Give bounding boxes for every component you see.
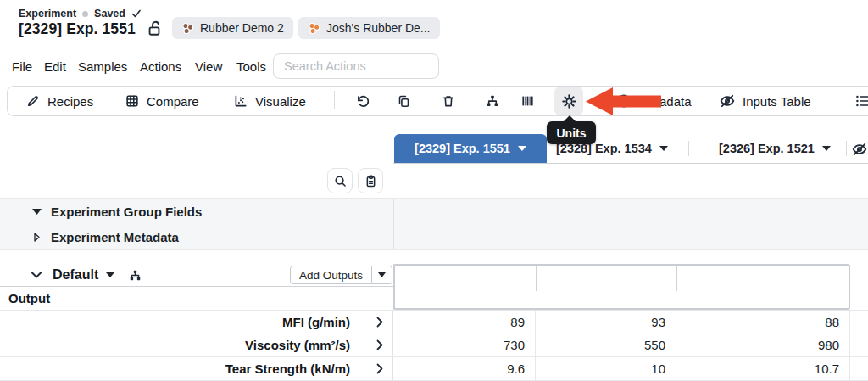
row-label: Viscosity (mm²/s)	[245, 333, 350, 356]
compare-button[interactable]: Compare	[125, 87, 199, 115]
value-cell[interactable]: 89	[393, 311, 536, 333]
value-cell[interactable]: 9.6	[393, 357, 536, 380]
visualize-button[interactable]: Visualize	[233, 87, 306, 115]
row-label-cell[interactable]: MFI (g/min)	[0, 311, 393, 333]
metadata-label: Metadata	[638, 94, 692, 109]
caret-down-icon	[659, 146, 668, 151]
menu-samples[interactable]: Samples	[76, 56, 129, 77]
section-label: Experiment Metadata	[51, 230, 179, 244]
tab-experiment-active[interactable]: [2329] Exp. 1551	[394, 134, 547, 163]
recipes-label: Recipes	[47, 94, 93, 109]
eye-off-icon[interactable]	[850, 140, 868, 159]
list-menu-icon[interactable]	[851, 87, 868, 115]
menu-view[interactable]: View	[193, 56, 224, 77]
tab-divider	[688, 141, 689, 156]
value-cell-partial[interactable]	[850, 311, 868, 333]
value-cell[interactable]: 88	[676, 311, 850, 333]
column-divider	[676, 266, 677, 291]
search-icon[interactable]	[327, 168, 353, 193]
recipes-button[interactable]: Recipes	[25, 87, 93, 115]
context-label: Experiment	[19, 8, 76, 20]
chevron-right-icon	[376, 317, 383, 328]
collapse-chevron-icon[interactable]	[31, 272, 42, 279]
value-cell[interactable]: 10	[536, 357, 676, 380]
value-cell[interactable]: 730	[393, 333, 536, 356]
context-line: Experiment Saved	[19, 8, 142, 20]
experiment-column-headers[interactable]	[393, 264, 850, 310]
table-row-mfi: MFI (g/min) 89 93 88	[0, 310, 868, 334]
table-row-viscosity: Viscosity (mm²/s) 730 550 980	[0, 333, 868, 357]
row-label: MFI (g/min)	[282, 311, 350, 333]
molecule-icon	[181, 22, 194, 35]
visualize-label: Visualize	[255, 94, 306, 109]
eye-off-icon	[719, 92, 736, 109]
section-experiment-metadata[interactable]: Experiment Metadata	[0, 224, 868, 250]
saved-check-icon	[131, 9, 142, 19]
unlock-icon[interactable]	[143, 17, 165, 39]
add-outputs-caret-icon[interactable]	[372, 266, 392, 284]
row-label-cell[interactable]: Tear Strength (kN/m)	[0, 357, 393, 380]
search-actions-input[interactable]	[273, 53, 439, 79]
save-status: Saved	[94, 8, 125, 20]
scatter-chart-icon	[233, 93, 248, 109]
compare-label: Compare	[147, 94, 199, 109]
menu-actions[interactable]: Actions	[138, 56, 183, 77]
hierarchy-icon[interactable]	[478, 87, 507, 115]
caret-right-outline-icon	[34, 233, 40, 242]
app-window: Experiment Saved [2329] Exp. 1551 Rubber…	[0, 0, 868, 381]
units-tooltip: Units	[547, 121, 596, 144]
menu-edit[interactable]: Edit	[42, 56, 68, 77]
value-cell[interactable]: 980	[676, 333, 850, 356]
clipboard-icon[interactable]	[358, 168, 383, 193]
pencil-icon	[25, 93, 41, 109]
toolbar-divider	[334, 91, 335, 109]
inputs-table-button[interactable]: Inputs Table	[719, 87, 811, 115]
caret-down-icon	[518, 146, 526, 151]
chevron-right-icon	[376, 363, 383, 374]
value-cell[interactable]: 93	[536, 311, 676, 333]
value-cell-partial[interactable]	[850, 333, 868, 356]
caret-down-filled-icon	[32, 209, 42, 215]
tab-divider	[846, 141, 847, 156]
section-experiment-group-fields[interactable]: Experiment Group Fields	[0, 198, 868, 225]
table-grid-icon	[125, 93, 140, 109]
molecule-icon	[308, 22, 320, 35]
page-title: [2329] Exp. 1551	[19, 20, 136, 38]
separator-dot	[82, 11, 88, 17]
metadata-button[interactable]: Metadata	[616, 87, 692, 115]
project-tag-label: Rubber Demo 2	[200, 21, 284, 35]
caret-down-icon[interactable]	[106, 272, 114, 277]
experiment-tabs-bar: [2329] Exp. 1551 [2328] Exp. 1534 [2326]…	[393, 134, 868, 164]
project-tag[interactable]: Rubber Demo 2	[172, 17, 293, 39]
add-outputs-button[interactable]: Add Outputs	[290, 266, 372, 284]
hierarchy-icon[interactable]	[128, 268, 142, 283]
settings-gear-icon[interactable]	[554, 87, 583, 115]
project-tag-label: Josh's Rubber De...	[326, 21, 431, 35]
duplicate-icon[interactable]	[389, 87, 418, 115]
caret-down-icon	[822, 146, 831, 151]
tab-label: [2326] Exp. 1521	[719, 142, 815, 155]
row-label: Tear Strength (kN/m)	[225, 357, 350, 380]
output-view-name: Default	[53, 267, 98, 283]
value-cell[interactable]: 10.7	[676, 357, 850, 380]
inputs-table-label: Inputs Table	[743, 94, 811, 109]
menu-file[interactable]: File	[10, 56, 34, 77]
value-cell-partial[interactable]	[850, 357, 868, 380]
output-section-row: Output	[0, 287, 394, 310]
value-cell[interactable]: 550	[536, 333, 676, 356]
undo-icon[interactable]	[348, 87, 376, 115]
barcode-icon[interactable]	[513, 87, 542, 115]
menu-tools[interactable]: Tools	[235, 56, 268, 77]
tab-experiment[interactable]: [2326] Exp. 1521	[719, 134, 831, 163]
project-tag[interactable]: Josh's Rubber De...	[298, 17, 440, 39]
column-divider	[393, 224, 394, 249]
section-label: Experiment Group Fields	[51, 205, 202, 219]
delete-icon[interactable]	[434, 87, 463, 115]
row-label-cell[interactable]: Viscosity (mm²/s)	[0, 333, 393, 356]
tab-label: [2329] Exp. 1551	[415, 142, 510, 155]
chevron-right-icon	[376, 339, 383, 350]
column-divider	[536, 266, 537, 291]
column-divider	[393, 199, 394, 224]
output-section-label: Output	[8, 291, 50, 305]
metadata-circle-icon	[616, 93, 632, 109]
